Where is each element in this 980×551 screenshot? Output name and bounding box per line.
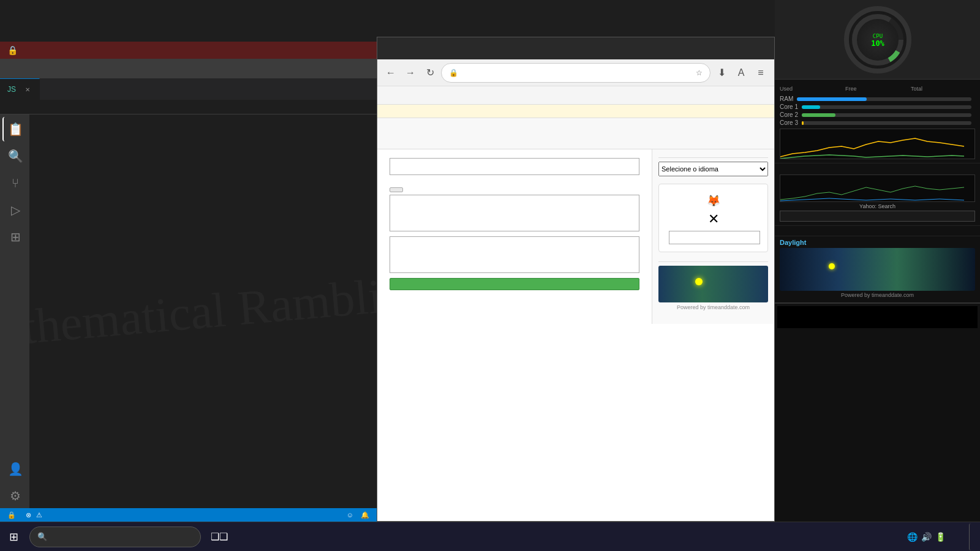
progress-bar [390,278,639,290]
battery-icon[interactable]: 🔋 [935,532,946,542]
cpu-graph [780,129,975,159]
system-monitor-panel: CPU 10% UsedFreeTotal RAM Core 1 [775,0,980,522]
restricted-icon: 🔒 [7,45,18,55]
bookmark-star[interactable]: ☆ [696,69,703,77]
menu-button[interactable]: ≡ [752,64,769,81]
vscode-activity-bar: 📋 🔍 ⑂ ▷ ⊞ 👤 ⚙ [0,114,29,508]
vscode-statusbar: 🔒 ⊗ ⚠ ☺ 🔔 [0,508,377,522]
network-section: Yahoo: Search [775,163,980,226]
calc-input-field[interactable] [390,158,639,175]
vscode-body: 📋 🔍 ⑂ ▷ ⊞ 👤 ⚙ Mathematical Ramblings [0,114,377,508]
vscode-editor: Mathematical Ramblings [29,114,377,508]
network-graph [780,174,975,202]
taskbar-right: 🌐 🔊 🔋 [907,523,973,550]
core2-row: Core 2 [780,111,975,118]
statusbar-notifications[interactable]: 🔔 [361,511,369,519]
mem-grid: UsedFreeTotal [780,86,975,93]
lock-icon: 🔒 [449,69,458,77]
cpu-section: UsedFreeTotal RAM Core 1 Core 2 [775,80,980,163]
core1-row: Core 1 [780,103,975,110]
yahoo-search-input[interactable] [669,231,760,244]
svg-text:10%: 10% [871,39,884,48]
translate-title [658,156,768,158]
volume-icon[interactable]: 🔊 [921,532,932,542]
speed-gauge: CPU 10% [844,6,911,73]
mathjax-logo: ✕ [666,211,760,227]
statusbar-restricted[interactable]: 🔒 [7,511,18,519]
vscode-icon-explorer[interactable]: 📋 [2,117,27,141]
daylight-title [658,260,768,262]
statusbar-feedback[interactable]: ☺ [347,511,353,519]
blog-main-content [377,149,652,324]
daylight-sys-map [780,248,975,291]
translate-widget: Selecione o idioma [658,156,768,176]
task-view-button[interactable]: ❑❑ [206,523,233,550]
daylight-powered: Powered by timeanddate.com [658,304,768,310]
speedometer-widget: CPU 10% [775,0,980,80]
yahoo-search [666,231,760,244]
vscode-icon-run[interactable]: ▷ [2,198,27,222]
daylight-sys-title: Daylight [780,239,975,246]
ram-row: RAM [780,96,975,102]
calc-display [777,306,978,328]
blog-contact [390,129,762,134]
vscode-tab-active[interactable]: JS ✕ [0,78,40,100]
cpu-graph-svg [780,129,974,159]
daylight-sys-powered: Powered by timeanddate.com [780,292,975,298]
top5-section [775,226,980,236]
firefox-logo: 🦊 [666,194,760,208]
svg-text:CPU: CPU [872,33,882,39]
vscode-breadcrumb [0,100,377,114]
taskbar-quick-icons: ❑❑ [206,523,233,550]
taskbar-sys-tray: 🌐 🔊 🔋 [907,532,946,542]
net-grid [780,170,975,172]
blog-body: Selecione o idioma 🦊 ✕ [377,149,774,324]
daylight-sys-widget: Daylight Powered by timeanddate.com [775,236,980,303]
translate-select[interactable]: Selecione o idioma [658,162,768,176]
daylight-widget: Powered by timeanddate.com [658,260,768,310]
gauge-svg: CPU 10% [850,12,905,67]
vscode-icon-settings[interactable]: ⚙ [2,484,27,508]
vscode-editor-content[interactable] [29,114,377,508]
restricted-mode-bar: 🔒 [0,42,377,59]
vscode-window: 🔒 JS ✕ 📋 🔍 ⑂ ▷ ⊞ 👤 ⚙ M [0,42,377,522]
reload-button[interactable]: ↻ [421,64,439,81]
calculator-widget [775,303,980,331]
start-button[interactable]: ⊞ [0,523,27,550]
taskbar-search-input[interactable] [51,533,173,541]
statusbar-errors[interactable]: ⊗ ⚠ [26,511,45,519]
yahoo-search-sys: Yahoo: Search [780,203,975,209]
vscode-icon-search[interactable]: 🔍 [2,144,27,168]
browser-window: ← → ↻ 🔒 ☆ ⬇ A ≡ [377,37,775,522]
vscode-icon-source-control[interactable]: ⑂ [2,171,27,195]
yahoo-search-sys-input[interactable] [780,211,975,222]
blog-disclaimer2 [390,139,762,144]
back-button[interactable]: ← [382,64,399,81]
show-desktop-button[interactable] [969,523,973,550]
calc-result-area[interactable] [390,195,639,231]
vscode-tabs: JS ✕ [0,78,377,100]
blog-sidebar: Selecione o idioma 🦊 ✕ [652,149,774,324]
browser-bookmarks [377,86,774,105]
network-graph-svg [780,175,974,203]
taskbar-search[interactable]: 🔍 [29,527,201,547]
url-bar[interactable]: 🔒 ☆ [441,63,710,83]
download-button[interactable]: ⬇ [713,64,730,81]
core3-row: Core 3 [780,119,975,126]
blog-header [377,118,774,149]
vscode-icon-extensions[interactable]: ⊞ [2,225,27,249]
network-icon[interactable]: 🌐 [907,532,918,542]
profile-button[interactable]: A [733,64,750,81]
browser-tabs [377,37,774,59]
taskbar: ⊞ 🔍 ❑❑ 🌐 🔊 🔋 [0,522,980,551]
daylight-map [658,266,768,302]
vscode-icon-account[interactable]: 👤 [2,457,27,481]
forward-button[interactable]: → [402,64,419,81]
browser-addressbar: ← → ↻ 🔒 ☆ ⬇ A ≡ [377,59,774,86]
calcular-button[interactable] [390,187,403,192]
operators-box [390,236,639,273]
browser-content: Selecione o idioma 🦊 ✕ [377,118,774,521]
blog-disclaimer1 [390,134,762,139]
vscode-tab-close[interactable]: ✕ [23,86,32,94]
firefox-mathjax-widget: 🦊 ✕ [658,184,768,252]
